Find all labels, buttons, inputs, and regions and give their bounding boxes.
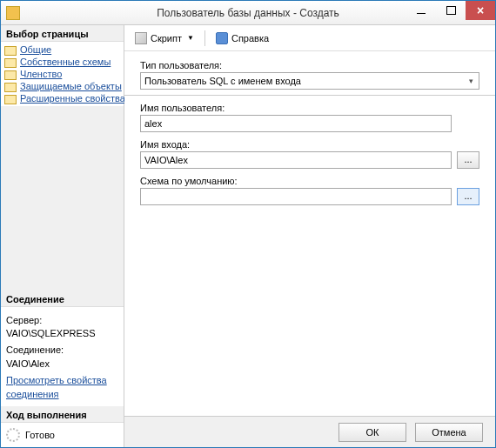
- user-type-combo[interactable]: Пользователь SQL с именем входа ▾: [140, 72, 479, 90]
- login-label: Имя входа:: [140, 139, 479, 150]
- schema-label: Схема по умолчанию:: [140, 176, 479, 186]
- help-icon: [216, 32, 228, 44]
- cancel-button[interactable]: Отмена: [415, 423, 483, 442]
- page-icon: [4, 93, 17, 104]
- help-label: Справка: [231, 33, 269, 43]
- page-link[interactable]: Собственные схемы: [20, 57, 111, 67]
- username-row: ...: [140, 115, 479, 132]
- script-button[interactable]: Скрипт ▼: [131, 30, 198, 46]
- schema-row: ...: [140, 188, 479, 205]
- page-icon: [4, 69, 17, 79]
- script-icon: [135, 32, 147, 44]
- toolbar: Скрипт ▼ Справка: [124, 25, 495, 51]
- login-input[interactable]: [140, 151, 452, 169]
- page-icon: [4, 57, 17, 67]
- username-input[interactable]: [140, 115, 452, 132]
- page-link[interactable]: Защищаемые объекты: [20, 81, 122, 91]
- page-item-owned-schemas[interactable]: Собственные схемы: [1, 56, 124, 68]
- pages-list: Общие Собственные схемы Членство Защищае…: [1, 42, 124, 106]
- progress-header: Ход выполнения: [1, 406, 124, 423]
- conn-label: Соединение:: [6, 344, 118, 357]
- form: Тип пользователя: Пользователь SQL с име…: [124, 51, 495, 416]
- progress-status: Готово: [25, 430, 55, 440]
- user-type-value: Пользователь SQL с именем входа: [144, 76, 301, 86]
- sidebar: Выбор страницы Общие Собственные схемы Ч…: [1, 25, 124, 447]
- page-link[interactable]: Расширенные свойства: [20, 93, 125, 104]
- script-label: Скрипт: [151, 33, 182, 43]
- page-icon: [4, 44, 17, 55]
- connection-panel: Сервер: VAIO\SQLEXPRESS Соединение: VAIO…: [1, 307, 124, 406]
- schema-input[interactable]: [140, 188, 452, 205]
- footer: ОК Отмена: [124, 416, 495, 447]
- login-browse-button[interactable]: ...: [457, 151, 479, 169]
- close-button[interactable]: ×: [466, 1, 495, 20]
- conn-value: VAIO\Alex: [6, 358, 118, 371]
- ok-button[interactable]: ОК: [338, 423, 406, 442]
- help-button[interactable]: Справка: [212, 30, 272, 46]
- schema-browse-button[interactable]: ...: [457, 188, 479, 205]
- server-label: Сервер:: [6, 314, 118, 327]
- progress-panel: Готово: [1, 423, 124, 447]
- main: Скрипт ▼ Справка Тип пользователя: Польз…: [124, 25, 495, 447]
- page-item-extended-props[interactable]: Расширенные свойства: [1, 92, 124, 104]
- page-link[interactable]: Членство: [20, 69, 62, 79]
- chevron-down-icon: ▼: [187, 34, 194, 42]
- maximize-button[interactable]: [436, 1, 466, 20]
- page-item-securables[interactable]: Защищаемые объекты: [1, 80, 124, 92]
- page-item-general[interactable]: Общие: [1, 43, 124, 56]
- minimize-button[interactable]: [406, 1, 436, 20]
- connection-header: Соединение: [1, 291, 124, 307]
- body: Выбор страницы Общие Собственные схемы Ч…: [1, 25, 495, 447]
- sidebar-spacer: [1, 106, 124, 291]
- username-label: Имя пользователя:: [140, 103, 479, 113]
- page-icon: [4, 81, 17, 91]
- progress-spinner-icon: [6, 428, 20, 442]
- view-connection-link[interactable]: Просмотреть свойства соединения: [6, 374, 118, 401]
- page-item-membership[interactable]: Членство: [1, 68, 124, 80]
- user-type-label: Тип пользователя:: [140, 60, 479, 70]
- page-link[interactable]: Общие: [20, 44, 51, 55]
- window: Пользователь базы данных - Создать × Выб…: [0, 0, 496, 448]
- chevron-down-icon: ▾: [469, 77, 475, 85]
- window-buttons: ×: [406, 1, 495, 20]
- login-row: ...: [140, 151, 479, 169]
- titlebar: Пользователь базы данных - Создать ×: [1, 1, 495, 25]
- separator: [124, 95, 495, 96]
- server-value: VAIO\SQLEXPRESS: [6, 327, 118, 340]
- pages-header: Выбор страницы: [1, 25, 124, 42]
- toolbar-separator: [204, 30, 205, 46]
